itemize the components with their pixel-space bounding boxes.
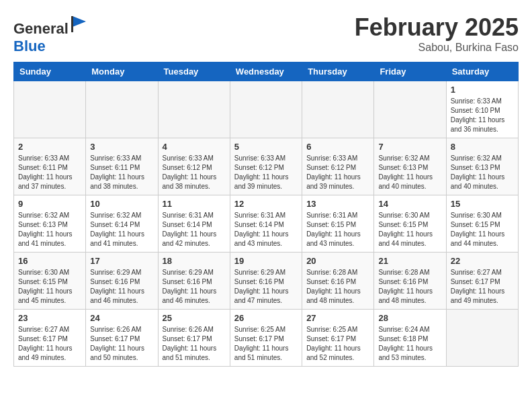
calendar-day-cell: 15Sunrise: 6:30 AM Sunset: 6:15 PM Dayli…	[446, 195, 518, 253]
day-number: 27	[306, 313, 369, 323]
day-detail: Sunrise: 6:32 AM Sunset: 6:13 PM Dayligh…	[18, 211, 81, 248]
calendar-day-cell: 12Sunrise: 6:31 AM Sunset: 6:14 PM Dayli…	[230, 195, 302, 253]
calendar-day-cell: 4Sunrise: 6:33 AM Sunset: 6:12 PM Daylig…	[158, 138, 230, 195]
calendar-table: SundayMondayTuesdayWednesdayThursdayFrid…	[13, 62, 519, 367]
day-of-week-header: Tuesday	[158, 62, 230, 81]
calendar-day-cell: 14Sunrise: 6:30 AM Sunset: 6:15 PM Dayli…	[374, 195, 446, 253]
day-detail: Sunrise: 6:32 AM Sunset: 6:13 PM Dayligh…	[451, 154, 514, 191]
day-detail: Sunrise: 6:26 AM Sunset: 6:17 PM Dayligh…	[163, 325, 226, 363]
day-number: 20	[306, 256, 369, 266]
day-detail: Sunrise: 6:33 AM Sunset: 6:11 PM Dayligh…	[90, 154, 153, 191]
days-of-week-row: SundayMondayTuesdayWednesdayThursdayFrid…	[14, 62, 519, 81]
calendar-header: SundayMondayTuesdayWednesdayThursdayFrid…	[14, 62, 519, 81]
day-number: 8	[451, 142, 514, 152]
day-detail: Sunrise: 6:33 AM Sunset: 6:11 PM Dayligh…	[18, 154, 81, 191]
day-detail: Sunrise: 6:29 AM Sunset: 6:16 PM Dayligh…	[234, 268, 298, 306]
day-detail: Sunrise: 6:30 AM Sunset: 6:15 PM Dayligh…	[18, 268, 81, 306]
day-detail: Sunrise: 6:29 AM Sunset: 6:16 PM Dayligh…	[90, 268, 153, 306]
calendar-day-cell: 20Sunrise: 6:28 AM Sunset: 6:16 PM Dayli…	[302, 253, 374, 310]
day-detail: Sunrise: 6:31 AM Sunset: 6:15 PM Dayligh…	[306, 211, 369, 248]
day-number: 15	[451, 199, 514, 209]
day-number: 11	[163, 199, 226, 209]
calendar-body: 1Sunrise: 6:33 AM Sunset: 6:10 PM Daylig…	[14, 81, 519, 367]
day-number: 2	[18, 142, 81, 152]
day-number: 23	[18, 313, 81, 323]
calendar-day-cell: 2Sunrise: 6:33 AM Sunset: 6:11 PM Daylig…	[14, 138, 86, 195]
page-header: General Blue February 2025 Sabou, Burkin…	[13, 13, 519, 55]
day-number: 10	[90, 199, 153, 209]
day-detail: Sunrise: 6:24 AM Sunset: 6:18 PM Dayligh…	[378, 325, 441, 363]
calendar-day-cell	[374, 81, 446, 138]
day-detail: Sunrise: 6:28 AM Sunset: 6:16 PM Dayligh…	[306, 268, 369, 306]
calendar-day-cell: 19Sunrise: 6:29 AM Sunset: 6:16 PM Dayli…	[230, 253, 302, 310]
day-detail: Sunrise: 6:26 AM Sunset: 6:17 PM Dayligh…	[90, 325, 153, 363]
day-detail: Sunrise: 6:30 AM Sunset: 6:15 PM Dayligh…	[378, 211, 441, 248]
calendar-day-cell: 1Sunrise: 6:33 AM Sunset: 6:10 PM Daylig…	[446, 81, 518, 138]
calendar-day-cell: 22Sunrise: 6:27 AM Sunset: 6:17 PM Dayli…	[446, 253, 518, 310]
day-number: 22	[451, 256, 514, 266]
day-number: 9	[18, 199, 81, 209]
day-number: 14	[378, 199, 441, 209]
day-number: 16	[18, 256, 81, 266]
day-number: 6	[306, 142, 369, 152]
calendar-day-cell	[230, 81, 302, 138]
svg-rect-1	[71, 16, 73, 32]
day-of-week-header: Saturday	[446, 62, 518, 81]
calendar-day-cell: 11Sunrise: 6:31 AM Sunset: 6:14 PM Dayli…	[158, 195, 230, 253]
calendar-day-cell: 25Sunrise: 6:26 AM Sunset: 6:17 PM Dayli…	[158, 310, 230, 367]
day-of-week-header: Sunday	[14, 62, 86, 81]
calendar-day-cell: 10Sunrise: 6:32 AM Sunset: 6:14 PM Dayli…	[86, 195, 158, 253]
calendar-day-cell	[86, 81, 158, 138]
calendar-day-cell	[14, 81, 86, 138]
day-detail: Sunrise: 6:32 AM Sunset: 6:14 PM Dayligh…	[90, 211, 153, 248]
day-number: 24	[90, 313, 153, 323]
calendar-day-cell: 26Sunrise: 6:25 AM Sunset: 6:17 PM Dayli…	[230, 310, 302, 367]
day-detail: Sunrise: 6:25 AM Sunset: 6:17 PM Dayligh…	[306, 325, 369, 363]
location-title: Sabou, Burkina Faso	[355, 42, 519, 54]
day-number: 3	[90, 142, 153, 152]
day-of-week-header: Thursday	[302, 62, 374, 81]
month-title: February 2025	[355, 13, 519, 42]
calendar-day-cell: 3Sunrise: 6:33 AM Sunset: 6:11 PM Daylig…	[86, 138, 158, 195]
calendar-week-row: 2Sunrise: 6:33 AM Sunset: 6:11 PM Daylig…	[14, 138, 519, 195]
day-detail: Sunrise: 6:29 AM Sunset: 6:16 PM Dayligh…	[163, 268, 226, 306]
day-number: 12	[234, 199, 298, 209]
logo-text: General Blue	[13, 13, 90, 55]
calendar-day-cell: 23Sunrise: 6:27 AM Sunset: 6:17 PM Dayli…	[14, 310, 86, 367]
day-number: 21	[378, 256, 441, 266]
day-detail: Sunrise: 6:25 AM Sunset: 6:17 PM Dayligh…	[234, 325, 298, 363]
day-number: 7	[378, 142, 441, 152]
logo-general: General	[13, 20, 69, 37]
day-number: 18	[163, 256, 226, 266]
calendar-day-cell: 16Sunrise: 6:30 AM Sunset: 6:15 PM Dayli…	[14, 253, 86, 310]
day-detail: Sunrise: 6:32 AM Sunset: 6:13 PM Dayligh…	[378, 154, 441, 191]
calendar-day-cell: 21Sunrise: 6:28 AM Sunset: 6:16 PM Dayli…	[374, 253, 446, 310]
calendar-day-cell: 18Sunrise: 6:29 AM Sunset: 6:16 PM Dayli…	[158, 253, 230, 310]
day-detail: Sunrise: 6:28 AM Sunset: 6:16 PM Dayligh…	[378, 268, 441, 306]
day-detail: Sunrise: 6:33 AM Sunset: 6:10 PM Dayligh…	[451, 97, 514, 134]
calendar-week-row: 23Sunrise: 6:27 AM Sunset: 6:17 PM Dayli…	[14, 310, 519, 367]
day-detail: Sunrise: 6:31 AM Sunset: 6:14 PM Dayligh…	[234, 211, 298, 248]
logo-blue: Blue	[13, 38, 46, 54]
calendar-day-cell: 8Sunrise: 6:32 AM Sunset: 6:13 PM Daylig…	[446, 138, 518, 195]
day-number: 19	[234, 256, 298, 266]
day-of-week-header: Wednesday	[230, 62, 302, 81]
calendar-day-cell	[158, 81, 230, 138]
day-detail: Sunrise: 6:27 AM Sunset: 6:17 PM Dayligh…	[18, 325, 81, 363]
day-detail: Sunrise: 6:33 AM Sunset: 6:12 PM Dayligh…	[234, 154, 298, 191]
day-number: 1	[451, 85, 514, 95]
svg-marker-0	[73, 16, 86, 27]
day-detail: Sunrise: 6:33 AM Sunset: 6:12 PM Dayligh…	[306, 154, 369, 191]
day-of-week-header: Friday	[374, 62, 446, 81]
day-detail: Sunrise: 6:33 AM Sunset: 6:12 PM Dayligh…	[163, 154, 226, 191]
day-number: 4	[163, 142, 226, 152]
day-detail: Sunrise: 6:31 AM Sunset: 6:14 PM Dayligh…	[163, 211, 226, 248]
calendar-day-cell: 6Sunrise: 6:33 AM Sunset: 6:12 PM Daylig…	[302, 138, 374, 195]
calendar-day-cell: 9Sunrise: 6:32 AM Sunset: 6:13 PM Daylig…	[14, 195, 86, 253]
calendar-day-cell: 27Sunrise: 6:25 AM Sunset: 6:17 PM Dayli…	[302, 310, 374, 367]
calendar-day-cell: 28Sunrise: 6:24 AM Sunset: 6:18 PM Dayli…	[374, 310, 446, 367]
day-number: 5	[234, 142, 298, 152]
day-number: 25	[163, 313, 226, 323]
calendar-day-cell	[302, 81, 374, 138]
calendar-day-cell: 13Sunrise: 6:31 AM Sunset: 6:15 PM Dayli…	[302, 195, 374, 253]
